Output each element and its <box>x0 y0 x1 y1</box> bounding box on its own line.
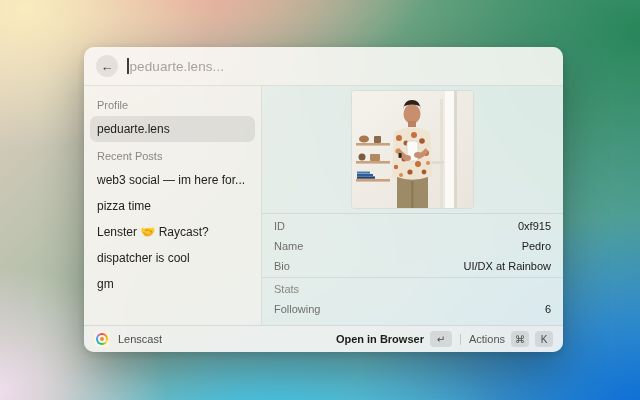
search-bar: ← peduarte.lens... <box>84 47 563 86</box>
metadata-list: ID 0xf915 Name Pedro Bio UI/DX at Rainbo… <box>262 214 563 325</box>
stats-section-header: Stats <box>274 279 551 299</box>
main-content: Profile peduarte.lens Recent Posts web3 … <box>84 86 563 325</box>
sidebar-item-post-3[interactable]: Lenster 🤝 Raycast? <box>90 219 255 245</box>
meta-row-bio: Bio UI/DX at Rainbow <box>274 256 551 276</box>
detail-panel: ID 0xf915 Name Pedro Bio UI/DX at Rainbo… <box>262 86 563 325</box>
back-arrow-icon: ← <box>101 59 114 74</box>
lenscast-icon <box>94 331 110 347</box>
text-cursor-icon <box>127 58 129 74</box>
photo-container <box>262 86 563 213</box>
command-key-icon: ⌘ <box>511 331 529 347</box>
action-bar: Lenscast Open in Browser ↵ Actions ⌘ K <box>84 325 563 352</box>
meta-label: Bio <box>274 260 290 272</box>
profile-photo <box>352 91 473 208</box>
footer-separator <box>460 334 461 345</box>
k-key-icon: K <box>535 331 553 347</box>
return-key-icon: ↵ <box>430 331 452 347</box>
meta-value: 6 <box>545 303 551 315</box>
divider <box>262 277 563 278</box>
back-button[interactable]: ← <box>96 55 118 77</box>
meta-label: Following <box>274 303 320 315</box>
meta-label: ID <box>274 220 285 232</box>
sidebar: Profile peduarte.lens Recent Posts web3 … <box>84 86 262 325</box>
sidebar-item-profile[interactable]: peduarte.lens <box>90 116 255 142</box>
search-placeholder: peduarte.lens... <box>130 59 225 74</box>
footer-actions: Open in Browser ↵ Actions ⌘ K <box>336 331 553 347</box>
meta-value: UI/DX at Rainbow <box>464 260 551 272</box>
meta-row-following: Following 6 <box>274 299 551 319</box>
meta-value: 0xf915 <box>518 220 551 232</box>
meta-label: Name <box>274 240 303 252</box>
search-input[interactable]: peduarte.lens... <box>127 47 551 85</box>
section-header-recent-posts: Recent Posts <box>90 142 255 167</box>
meta-row-name: Name Pedro <box>274 236 551 256</box>
meta-row-id: ID 0xf915 <box>274 216 551 236</box>
meta-value: Pedro <box>522 240 551 252</box>
sidebar-item-post-1[interactable]: web3 social — im here for... <box>90 167 255 193</box>
raycast-window: ← peduarte.lens... Profile peduarte.lens… <box>84 47 563 352</box>
app-name: Lenscast <box>118 333 162 345</box>
sidebar-item-post-5[interactable]: gm <box>90 271 255 297</box>
sidebar-item-post-4[interactable]: dispatcher is cool <box>90 245 255 271</box>
section-header-profile: Profile <box>90 91 255 116</box>
actions-button[interactable]: Actions <box>469 333 505 345</box>
sidebar-item-post-2[interactable]: pizza time <box>90 193 255 219</box>
open-in-browser-button[interactable]: Open in Browser <box>336 333 424 345</box>
